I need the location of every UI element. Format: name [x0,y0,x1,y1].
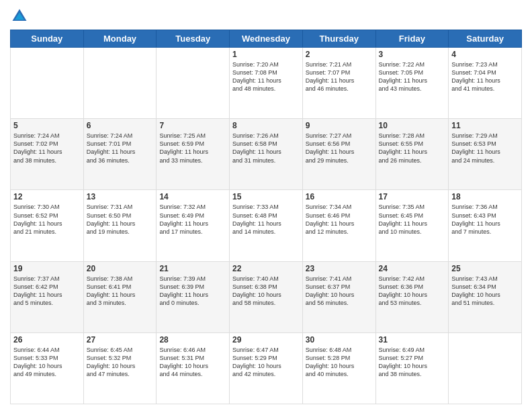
day-cell: 7Sunrise: 7:25 AM Sunset: 6:59 PM Daylig… [157,119,230,190]
day-info: Sunrise: 7:24 AM Sunset: 7:02 PM Dayligh… [13,132,81,165]
day-number: 5 [13,121,81,130]
day-cell: 14Sunrise: 7:32 AM Sunset: 6:49 PM Dayli… [157,190,230,261]
day-info: Sunrise: 6:48 AM Sunset: 5:28 PM Dayligh… [306,346,373,379]
day-info: Sunrise: 7:26 AM Sunset: 6:58 PM Dayligh… [232,132,300,165]
logo-icon [10,7,29,26]
day-number: 10 [379,121,446,130]
day-info: Sunrise: 7:33 AM Sunset: 6:48 PM Dayligh… [232,203,300,236]
day-info: Sunrise: 7:28 AM Sunset: 6:55 PM Dayligh… [379,132,446,165]
day-info: Sunrise: 7:36 AM Sunset: 6:43 PM Dayligh… [451,203,519,236]
weekday-header-saturday: Saturday [449,30,522,48]
header [10,7,522,26]
week-row-3: 12Sunrise: 7:30 AM Sunset: 6:52 PM Dayli… [11,190,522,261]
day-cell [449,332,522,404]
weekday-header-monday: Monday [83,30,157,48]
day-cell [83,48,157,119]
day-number: 13 [87,192,154,201]
week-row-5: 26Sunrise: 6:44 AM Sunset: 5:33 PM Dayli… [11,332,522,404]
week-row-2: 5Sunrise: 7:24 AM Sunset: 7:02 PM Daylig… [11,119,522,190]
day-info: Sunrise: 7:27 AM Sunset: 6:56 PM Dayligh… [306,132,373,165]
logo [10,7,30,26]
day-cell: 12Sunrise: 7:30 AM Sunset: 6:52 PM Dayli… [11,190,84,261]
weekday-header-row: SundayMondayTuesdayWednesdayThursdayFrid… [11,30,522,48]
page: SundayMondayTuesdayWednesdayThursdayFrid… [0,0,532,411]
day-cell: 27Sunrise: 6:45 AM Sunset: 5:32 PM Dayli… [83,332,157,404]
day-info: Sunrise: 7:23 AM Sunset: 7:04 PM Dayligh… [451,60,519,93]
day-info: Sunrise: 6:47 AM Sunset: 5:29 PM Dayligh… [232,346,300,379]
day-cell: 5Sunrise: 7:24 AM Sunset: 7:02 PM Daylig… [11,119,84,190]
day-number: 29 [232,335,300,345]
day-number: 9 [306,121,373,130]
day-cell: 15Sunrise: 7:33 AM Sunset: 6:48 PM Dayli… [230,190,303,261]
day-cell: 22Sunrise: 7:40 AM Sunset: 6:38 PM Dayli… [230,261,303,332]
day-cell: 25Sunrise: 7:43 AM Sunset: 6:34 PM Dayli… [449,261,522,332]
day-info: Sunrise: 7:29 AM Sunset: 6:53 PM Dayligh… [451,132,519,165]
day-info: Sunrise: 7:31 AM Sunset: 6:50 PM Dayligh… [87,203,154,236]
day-number: 1 [232,50,300,59]
day-info: Sunrise: 6:46 AM Sunset: 5:31 PM Dayligh… [159,346,226,379]
day-cell: 3Sunrise: 7:22 AM Sunset: 7:05 PM Daylig… [375,48,449,119]
day-cell: 11Sunrise: 7:29 AM Sunset: 6:53 PM Dayli… [449,119,522,190]
day-cell: 30Sunrise: 6:48 AM Sunset: 5:28 PM Dayli… [302,332,375,404]
day-number: 31 [379,335,446,345]
day-cell: 29Sunrise: 6:47 AM Sunset: 5:29 PM Dayli… [230,332,303,404]
day-cell [11,48,84,119]
day-number: 23 [306,264,373,273]
day-number: 30 [306,335,373,345]
week-row-1: 1Sunrise: 7:20 AM Sunset: 7:08 PM Daylig… [11,48,522,119]
day-number: 27 [87,335,154,345]
weekday-header-tuesday: Tuesday [157,30,230,48]
day-number: 3 [379,50,446,59]
day-cell: 18Sunrise: 7:36 AM Sunset: 6:43 PM Dayli… [449,190,522,261]
day-cell: 31Sunrise: 6:49 AM Sunset: 5:27 PM Dayli… [375,332,449,404]
day-info: Sunrise: 6:44 AM Sunset: 5:33 PM Dayligh… [13,346,81,379]
day-info: Sunrise: 7:37 AM Sunset: 6:42 PM Dayligh… [13,275,81,308]
weekday-header-wednesday: Wednesday [230,30,303,48]
day-cell: 28Sunrise: 6:46 AM Sunset: 5:31 PM Dayli… [157,332,230,404]
day-number: 26 [13,335,81,345]
day-info: Sunrise: 7:24 AM Sunset: 7:01 PM Dayligh… [87,132,154,165]
day-cell: 17Sunrise: 7:35 AM Sunset: 6:45 PM Dayli… [375,190,449,261]
day-cell: 8Sunrise: 7:26 AM Sunset: 6:58 PM Daylig… [230,119,303,190]
day-number: 14 [159,192,226,201]
day-number: 21 [159,264,226,273]
day-number: 16 [306,192,373,201]
day-cell: 23Sunrise: 7:41 AM Sunset: 6:37 PM Dayli… [302,261,375,332]
day-cell [157,48,230,119]
day-cell: 10Sunrise: 7:28 AM Sunset: 6:55 PM Dayli… [375,119,449,190]
day-number: 7 [159,121,226,130]
calendar: SundayMondayTuesdayWednesdayThursdayFrid… [10,30,522,404]
day-cell: 20Sunrise: 7:38 AM Sunset: 6:41 PM Dayli… [83,261,157,332]
week-row-4: 19Sunrise: 7:37 AM Sunset: 6:42 PM Dayli… [11,261,522,332]
day-info: Sunrise: 7:32 AM Sunset: 6:49 PM Dayligh… [159,203,226,236]
day-info: Sunrise: 7:43 AM Sunset: 6:34 PM Dayligh… [451,275,519,308]
day-number: 19 [13,264,81,273]
day-number: 11 [451,121,519,130]
day-cell: 26Sunrise: 6:44 AM Sunset: 5:33 PM Dayli… [11,332,84,404]
day-info: Sunrise: 6:49 AM Sunset: 5:27 PM Dayligh… [379,346,446,379]
day-number: 2 [306,50,373,59]
day-number: 24 [379,264,446,273]
day-info: Sunrise: 7:34 AM Sunset: 6:46 PM Dayligh… [306,203,373,236]
day-info: Sunrise: 7:41 AM Sunset: 6:37 PM Dayligh… [306,275,373,308]
day-info: Sunrise: 6:45 AM Sunset: 5:32 PM Dayligh… [87,346,154,379]
day-number: 20 [87,264,154,273]
day-cell: 24Sunrise: 7:42 AM Sunset: 6:36 PM Dayli… [375,261,449,332]
day-number: 22 [232,264,300,273]
day-info: Sunrise: 7:30 AM Sunset: 6:52 PM Dayligh… [13,203,81,236]
day-info: Sunrise: 7:42 AM Sunset: 6:36 PM Dayligh… [379,275,446,308]
day-cell: 16Sunrise: 7:34 AM Sunset: 6:46 PM Dayli… [302,190,375,261]
day-number: 12 [13,192,81,201]
day-cell: 4Sunrise: 7:23 AM Sunset: 7:04 PM Daylig… [449,48,522,119]
day-cell: 19Sunrise: 7:37 AM Sunset: 6:42 PM Dayli… [11,261,84,332]
day-info: Sunrise: 7:40 AM Sunset: 6:38 PM Dayligh… [232,275,300,308]
day-number: 8 [232,121,300,130]
day-info: Sunrise: 7:25 AM Sunset: 6:59 PM Dayligh… [159,132,226,165]
weekday-header-friday: Friday [375,30,449,48]
weekday-header-thursday: Thursday [302,30,375,48]
day-info: Sunrise: 7:39 AM Sunset: 6:39 PM Dayligh… [159,275,226,308]
day-cell: 9Sunrise: 7:27 AM Sunset: 6:56 PM Daylig… [302,119,375,190]
day-number: 18 [451,192,519,201]
weekday-header-sunday: Sunday [11,30,84,48]
day-cell: 1Sunrise: 7:20 AM Sunset: 7:08 PM Daylig… [230,48,303,119]
